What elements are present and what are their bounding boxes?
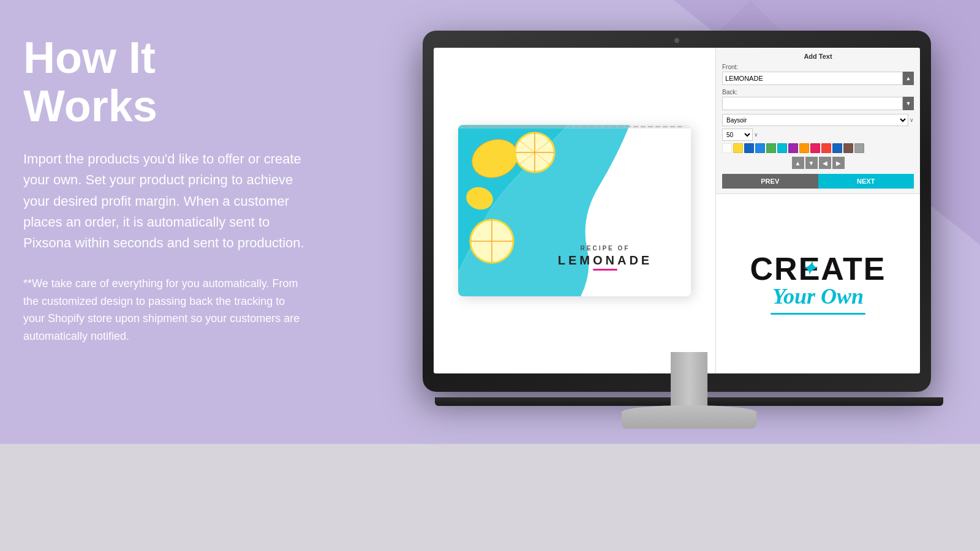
color-purple[interactable] (788, 143, 798, 153)
prev-button[interactable]: PREV (722, 174, 818, 189)
product-svg: RECIPE OF LEMONADE (458, 125, 691, 296)
color-navy[interactable] (832, 143, 842, 153)
front-input[interactable] (722, 72, 903, 85)
color-red[interactable] (821, 143, 831, 153)
create-own-area: CRE✦ATE Your Own (715, 193, 920, 373)
color-blue[interactable] (755, 143, 765, 153)
color-pink[interactable] (810, 143, 820, 153)
monitor-bezel: RECIPE OF LEMONADE Add Text Fro (423, 31, 931, 392)
size-select-row: 50 ∨ (722, 129, 914, 141)
screen-product: RECIPE OF LEMONADE (434, 48, 715, 373)
color-grey[interactable] (854, 143, 864, 153)
arrow-down-btn[interactable]: ▼ (805, 157, 818, 169)
color-orange[interactable] (799, 143, 809, 153)
color-white[interactable] (722, 143, 732, 153)
back-label: Back: (722, 89, 914, 96)
arrow-buttons: ▲ ▼ ◀ ▶ (722, 157, 914, 169)
arrow-right-btn[interactable]: ▶ (832, 157, 845, 169)
arrow-up-btn[interactable]: ▲ (792, 157, 804, 169)
description-text: Import the products you'd like to offer … (23, 149, 305, 253)
create-text: CRE✦ATE Your Own (750, 253, 886, 315)
note-text: **We take care of everything for you aut… (23, 275, 305, 345)
product-mockup: RECIPE OF LEMONADE (458, 125, 691, 296)
create-underline (771, 313, 865, 315)
create-line1: CRE✦ATE (750, 251, 886, 287)
back-input[interactable] (722, 97, 903, 110)
font-select-row: Baysoir ∨ (722, 114, 914, 126)
color-cyan[interactable] (777, 143, 787, 153)
monitor-wrapper: RECIPE OF LEMONADE Add Text Fro (423, 31, 956, 508)
screen: RECIPE OF LEMONADE Add Text Fro (434, 48, 920, 373)
color-dark-blue[interactable] (744, 143, 754, 153)
create-main-text: CRE✦ATE (750, 253, 886, 285)
main-title: How It Works (23, 34, 305, 130)
svg-text:LEMONADE: LEMONADE (558, 253, 652, 267)
svg-text:RECIPE OF: RECIPE OF (581, 245, 630, 252)
color-green[interactable] (766, 143, 776, 153)
monitor-stand-neck (671, 352, 707, 407)
size-select[interactable]: 50 (722, 129, 753, 141)
front-label: Front: (722, 64, 914, 70)
monitor-base (622, 405, 756, 429)
font-select[interactable]: Baysoir (722, 114, 908, 126)
left-panel: How It Works Import the products you'd l… (23, 34, 305, 345)
create-script-text: Your Own (750, 285, 886, 309)
svg-rect-16 (593, 269, 617, 271)
editor-panel: Add Text Front: ▲ Back: ▼ (715, 48, 920, 193)
front-input-row: ▲ (722, 72, 914, 85)
next-button[interactable]: NEXT (818, 174, 914, 189)
screen-editor: Add Text Front: ▲ Back: ▼ (715, 48, 920, 373)
front-input-btn[interactable]: ▲ (903, 72, 914, 85)
color-brown[interactable] (843, 143, 853, 153)
editor-title: Add Text (722, 53, 914, 60)
color-palette (722, 143, 914, 153)
back-input-row: ▼ (722, 97, 914, 110)
back-input-btn[interactable]: ▼ (903, 97, 914, 110)
arrow-left-btn[interactable]: ◀ (819, 157, 831, 169)
camera-dot (674, 38, 679, 43)
color-yellow[interactable] (733, 143, 743, 153)
nav-buttons: PREV NEXT (722, 174, 914, 189)
product-inner: RECIPE OF LEMONADE (458, 125, 691, 296)
